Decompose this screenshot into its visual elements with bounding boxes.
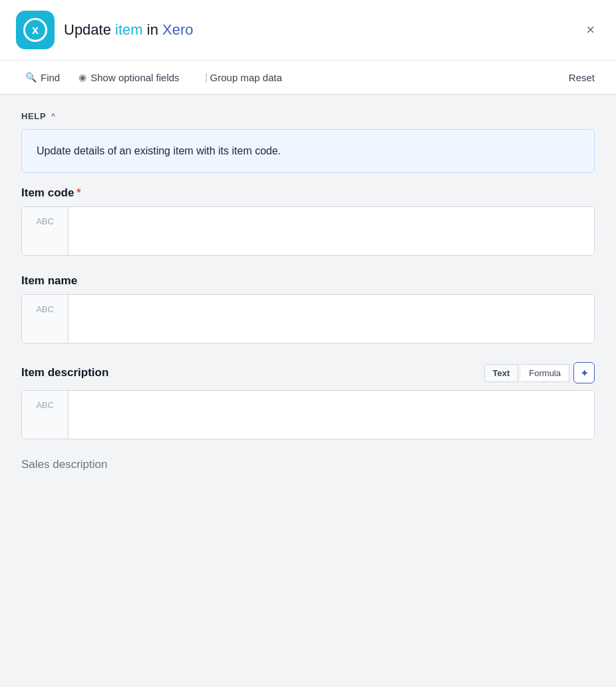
item-description-header-row: Item description Text Formula ✦ xyxy=(21,362,595,383)
item-name-input[interactable] xyxy=(69,295,594,343)
help-header: HELP ^ xyxy=(21,111,595,121)
item-description-label: Item description xyxy=(21,366,108,379)
toolbar: 🔍 Find ◉ Show optional fields ⎹ Group ma… xyxy=(0,61,616,95)
item-code-label: Item code * xyxy=(21,186,595,200)
item-name-label: Item name xyxy=(21,274,595,288)
find-button[interactable]: 🔍 Find xyxy=(16,61,69,95)
magic-wand-button[interactable]: ✦ xyxy=(573,362,595,383)
item-code-prefix: ABC xyxy=(22,207,69,255)
item-description-prefix: ABC xyxy=(22,391,69,439)
group-map-data-button[interactable]: ⎹ Group map data xyxy=(189,61,291,95)
close-button[interactable]: × xyxy=(581,20,600,40)
help-box: Update details of an existing item with … xyxy=(21,129,595,173)
show-optional-fields-button[interactable]: ◉ Show optional fields xyxy=(69,61,188,95)
item-name-input-container: ABC xyxy=(21,294,595,344)
sparkle-icon: ✦ xyxy=(580,367,589,379)
search-icon: 🔍 xyxy=(25,72,37,83)
sales-description-label: Sales description xyxy=(21,458,595,471)
reset-button[interactable]: Reset xyxy=(563,72,600,83)
formula-toggle-button[interactable]: Formula xyxy=(521,364,569,382)
item-description-input[interactable] xyxy=(69,391,594,439)
map-icon: ⎹ xyxy=(198,72,206,83)
xero-logo-icon: x xyxy=(16,11,55,49)
item-code-input-container: ABC xyxy=(21,206,595,256)
item-code-input[interactable] xyxy=(69,207,594,255)
main-content: HELP ^ Update details of an existing ite… xyxy=(0,95,616,494)
help-collapse-icon[interactable]: ^ xyxy=(51,112,55,121)
text-formula-toggle: Text Formula ✦ xyxy=(484,362,595,383)
header: x Update item in Xero × xyxy=(0,0,616,61)
header-left: x Update item in Xero xyxy=(16,11,193,49)
page-title: Update item in Xero xyxy=(64,21,193,39)
eye-icon: ◉ xyxy=(78,72,86,83)
item-name-prefix: ABC xyxy=(22,295,69,343)
item-description-input-container: ABC xyxy=(21,390,595,439)
item-name-field-group: Item name ABC xyxy=(21,274,595,344)
item-description-field-group: Item description Text Formula ✦ ABC xyxy=(21,362,595,439)
required-indicator: * xyxy=(77,187,80,199)
help-description-text: Update details of an existing item with … xyxy=(37,143,579,159)
item-code-field-group: Item code * ABC xyxy=(21,186,595,256)
help-section: HELP ^ Update details of an existing ite… xyxy=(21,111,595,173)
text-toggle-button[interactable]: Text xyxy=(484,364,519,382)
